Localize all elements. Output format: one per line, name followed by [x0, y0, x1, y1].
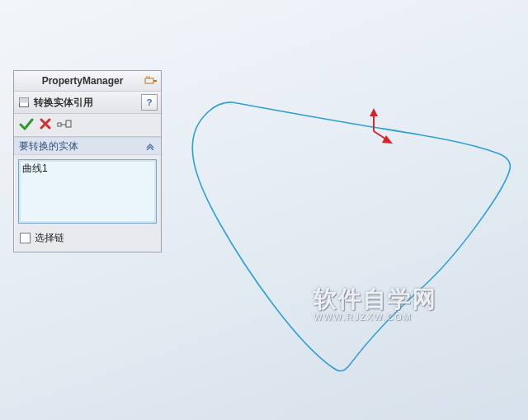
checkbox-select-chain[interactable]: [20, 233, 31, 243]
ok-button[interactable]: [19, 117, 34, 133]
panel-title: PropertyManager: [21, 75, 144, 87]
svg-rect-4: [145, 78, 153, 83]
svg-marker-3: [382, 135, 393, 144]
checkbox-row[interactable]: 选择链: [14, 228, 161, 252]
curve-entity: [192, 102, 510, 371]
cancel-button[interactable]: [39, 117, 52, 133]
svg-marker-1: [370, 108, 378, 116]
group-header-entities[interactable]: 要转换的实体: [14, 137, 161, 155]
svg-line-2: [374, 131, 388, 140]
selection-listbox[interactable]: 曲线1: [18, 159, 157, 224]
checkbox-label: 选择链: [35, 231, 64, 245]
watermark-line2: WWW.RJZXW.COM: [314, 313, 437, 323]
help-button[interactable]: ?: [141, 94, 158, 111]
panel-header: PropertyManager: [14, 71, 161, 92]
svg-rect-14: [66, 120, 71, 127]
convert-entities-icon: [17, 96, 31, 109]
feature-label: 转换实体引用: [34, 96, 138, 110]
group-title: 要转换的实体: [19, 139, 78, 153]
svg-rect-12: [58, 123, 61, 126]
viewport-3d[interactable]: 软件自学网 WWW.RJZXW.COM PropertyManager: [0, 0, 528, 420]
list-item[interactable]: 曲线1: [22, 162, 153, 176]
svg-rect-9: [20, 98, 29, 103]
chevron-up-icon: [144, 140, 156, 152]
action-row: [14, 114, 161, 137]
watermark: 软件自学网 WWW.RJZXW.COM: [314, 287, 437, 323]
pin-icon[interactable]: [144, 74, 158, 87]
propertymanager-panel: PropertyManager 转换实体引用 ?: [13, 70, 162, 252]
preview-icon[interactable]: [57, 118, 72, 132]
watermark-line1: 软件自学网: [314, 287, 437, 311]
origin-axis-icon: [370, 108, 393, 144]
feature-header: 转换实体引用 ?: [14, 92, 161, 114]
